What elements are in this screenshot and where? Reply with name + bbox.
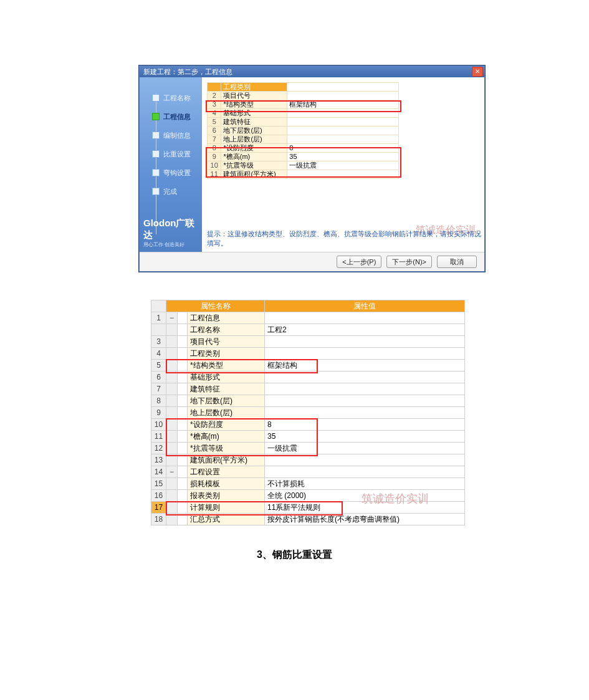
param-row-val[interactable] xyxy=(287,83,399,92)
prop-value[interactable]: 35 xyxy=(265,431,465,443)
table-row[interactable]: 8地下层数(层) xyxy=(151,395,465,407)
tree-toggle-icon xyxy=(166,395,178,407)
table-row[interactable]: 1−工程信息 xyxy=(151,312,465,324)
wizard-step-name[interactable]: 工程名称 xyxy=(140,89,202,107)
row-number: 5 xyxy=(151,360,166,372)
prop-value[interactable]: 框架结构 xyxy=(265,360,465,372)
prop-value[interactable] xyxy=(265,395,465,407)
tree-toggle-icon xyxy=(166,419,178,431)
wizard-step-compile[interactable]: 编制信息 xyxy=(140,126,202,145)
row-number: 7 xyxy=(151,383,166,395)
prop-name: 基础形式 xyxy=(188,372,265,383)
prop-value[interactable]: 工程2 xyxy=(265,324,465,336)
param-row-idx: 5 xyxy=(208,118,221,127)
close-icon[interactable]: ✕ xyxy=(472,67,483,77)
param-row-val[interactable]: 框架结构 xyxy=(287,100,399,109)
wizard-step-done[interactable]: 完成 xyxy=(140,182,202,201)
wizard-step-weight[interactable]: 比重设置 xyxy=(140,145,202,163)
table-row[interactable]: 工程名称工程2 xyxy=(151,324,465,336)
tree-toggle-icon xyxy=(166,336,178,348)
tree-toggle-icon xyxy=(166,431,178,443)
prop-name: *设防烈度 xyxy=(188,419,265,431)
brand-logo: Glodon广联达 用心工作 创造美好 xyxy=(143,218,198,248)
param-row-val[interactable] xyxy=(287,135,399,144)
dialog-titlebar[interactable]: 新建工程：第二步，工程信息 ✕ xyxy=(140,66,484,77)
prop-name: 报表类别 xyxy=(188,490,265,502)
param-row-idx: 11 xyxy=(208,170,221,179)
param-row-idx: 4 xyxy=(208,109,221,118)
prop-value[interactable] xyxy=(265,336,465,348)
tree-toggle-icon xyxy=(166,502,178,514)
param-row-idx: 6 xyxy=(208,127,221,135)
step-label: 比重设置 xyxy=(163,150,191,159)
param-table[interactable]: 工程类别2项目代号3*结构类型框架结构4基础形式5建筑特征6地下层数(层)7地上… xyxy=(207,82,399,179)
tree-toggle-icon xyxy=(166,324,178,336)
prop-value[interactable] xyxy=(265,466,465,478)
param-row-val[interactable]: 8 xyxy=(287,144,399,153)
param-row-label: *抗震等级 xyxy=(221,161,287,170)
table-row[interactable]: 11*檐高(m)35 xyxy=(151,431,465,443)
table-row[interactable]: 9地上层数(层) xyxy=(151,407,465,419)
param-row-val[interactable] xyxy=(287,127,399,135)
wizard-step-info[interactable]: 工程信息 xyxy=(140,107,202,126)
param-row-val[interactable] xyxy=(287,118,399,127)
step-label: 工程信息 xyxy=(163,112,191,122)
tree-toggle-icon[interactable]: − xyxy=(166,312,178,324)
table-row[interactable]: 7建筑特征 xyxy=(151,383,465,395)
table-row[interactable]: 15损耗模板不计算损耗 xyxy=(151,478,465,490)
table-row[interactable]: 18汇总方式按外皮计算钢筋长度(不考虑弯曲调整值) xyxy=(151,514,465,525)
table-row[interactable]: 12*抗震等级一级抗震 xyxy=(151,443,465,454)
prop-value[interactable] xyxy=(265,454,465,466)
prop-value[interactable]: 8 xyxy=(265,419,465,431)
tree-toggle-icon xyxy=(166,514,178,525)
cancel-button[interactable]: 取消 xyxy=(437,256,477,268)
row-mark xyxy=(178,454,188,466)
table-row[interactable]: 4工程类别 xyxy=(151,348,465,360)
step-label: 弯钩设置 xyxy=(163,168,191,178)
param-row-label: 建筑面积(平方米) xyxy=(221,170,287,179)
row-mark xyxy=(178,360,188,372)
prop-name: 工程类别 xyxy=(188,348,265,360)
param-row-val[interactable]: 35 xyxy=(287,153,399,161)
prop-value[interactable] xyxy=(265,312,465,324)
hint-text: 提示：这里修改结构类型、设防烈度、檐高、抗震等级会影响钢筋计算结果，请按实际情况… xyxy=(207,229,484,248)
table-row[interactable]: 3项目代号 xyxy=(151,336,465,348)
table-row[interactable]: 10*设防烈度8 xyxy=(151,419,465,431)
wizard-step-hook[interactable]: 弯钩设置 xyxy=(140,163,202,182)
table-row[interactable]: 14−工程设置 xyxy=(151,466,465,478)
row-mark xyxy=(178,324,188,336)
prop-value[interactable]: 一级抗震 xyxy=(265,443,465,454)
prev-button[interactable]: <上一步(P) xyxy=(337,256,381,268)
prop-value[interactable] xyxy=(265,383,465,395)
next-button[interactable]: 下一步(N)> xyxy=(386,256,432,268)
param-row-idx: 7 xyxy=(208,135,221,144)
row-mark xyxy=(178,443,188,454)
param-row-idx: 8 xyxy=(208,144,221,153)
param-row-val[interactable] xyxy=(287,170,399,179)
prop-value[interactable]: 按外皮计算钢筋长度(不考虑弯曲调整值) xyxy=(265,514,465,525)
table-row[interactable]: 13建筑面积(平方米) xyxy=(151,454,465,466)
row-mark xyxy=(178,336,188,348)
col-header-name: 属性名称 xyxy=(166,300,265,312)
prop-value[interactable] xyxy=(265,407,465,419)
prop-value[interactable] xyxy=(265,348,465,360)
row-mark xyxy=(178,407,188,419)
table-row[interactable]: 5*结构类型框架结构 xyxy=(151,360,465,372)
step-label: 工程名称 xyxy=(163,93,191,103)
param-row-val[interactable]: 一级抗震 xyxy=(287,161,399,170)
param-row-label: 项目代号 xyxy=(221,92,287,100)
param-row-val[interactable] xyxy=(287,92,399,100)
prop-value[interactable]: 不计算损耗 xyxy=(265,478,465,490)
tree-toggle-icon xyxy=(166,348,178,360)
row-mark xyxy=(178,395,188,407)
prop-name: *檐高(m) xyxy=(188,431,265,443)
tree-toggle-icon[interactable]: − xyxy=(166,466,178,478)
step-label: 完成 xyxy=(163,187,177,196)
prop-name: *抗震等级 xyxy=(188,443,265,454)
table-row[interactable]: 6基础形式 xyxy=(151,372,465,383)
row-number: 13 xyxy=(151,454,166,466)
param-row-val[interactable] xyxy=(287,109,399,118)
prop-name: 计算规则 xyxy=(188,502,265,514)
prop-value[interactable] xyxy=(265,372,465,383)
tree-toggle-icon xyxy=(166,360,178,372)
